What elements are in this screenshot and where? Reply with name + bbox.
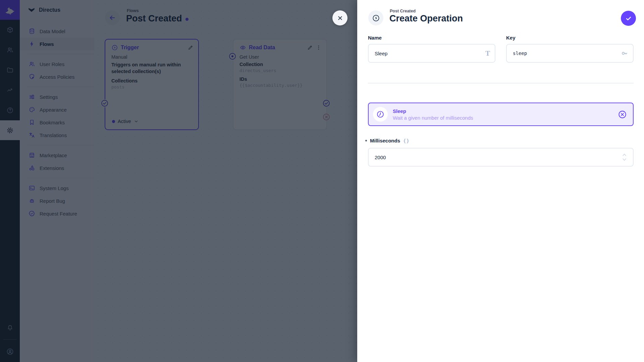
milliseconds-field-label: Milliseconds — [370, 138, 400, 143]
name-field-group: Name T — [368, 35, 495, 63]
milliseconds-field-group — [368, 148, 634, 167]
deselect-operation-button[interactable] — [618, 110, 627, 119]
create-operation-drawer: Post Created Create Operation Name T Key — [357, 0, 644, 362]
stepper-down-icon[interactable] — [622, 158, 627, 162]
stepper-up-icon[interactable] — [622, 153, 627, 157]
operation-card-description: Wait a given number of milliseconds — [393, 115, 473, 121]
milliseconds-input[interactable] — [368, 148, 634, 167]
key-field-label: Key — [506, 35, 634, 41]
drawer-scrim[interactable] — [0, 0, 357, 362]
drawer-close-button[interactable] — [332, 10, 347, 25]
name-field-label: Name — [368, 35, 495, 41]
key-input[interactable] — [506, 44, 634, 63]
operation-card-texts: Sleep Wait a given number of millisecond… — [393, 108, 473, 121]
format-title-icon: T — [485, 49, 490, 58]
clock-icon — [373, 107, 388, 122]
operation-header-icon — [368, 10, 383, 25]
name-input[interactable] — [368, 44, 495, 63]
operation-card-name: Sleep — [393, 108, 473, 114]
milliseconds-label-row: Milliseconds {} — [365, 138, 410, 143]
key-icon — [621, 50, 628, 57]
directus-app: Directus Data Model Flows User Roles Acc… — [0, 0, 644, 362]
required-dot — [365, 140, 367, 141]
key-field-group: Key — [506, 35, 634, 63]
number-stepper — [622, 153, 627, 162]
raw-value-toggle-icon[interactable]: {} — [403, 138, 410, 143]
drawer-breadcrumb: Post Created — [390, 9, 416, 13]
check-icon — [625, 15, 632, 22]
save-button[interactable] — [621, 11, 636, 26]
drawer-title: Create Operation — [389, 13, 463, 24]
selected-operation-card[interactable]: Sleep Wait a given number of millisecond… — [368, 103, 634, 126]
drawer-divider — [368, 83, 634, 83]
close-icon — [336, 14, 344, 22]
